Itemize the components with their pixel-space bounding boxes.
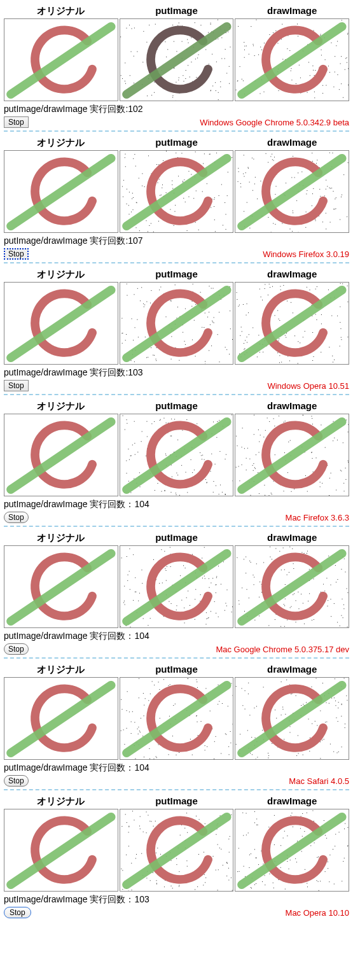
header-original: オリジナル [4, 794, 118, 809]
svg-rect-1029 [124, 586, 125, 587]
svg-rect-613 [265, 288, 265, 289]
svg-rect-1258 [228, 754, 229, 755]
svg-rect-639 [278, 310, 279, 311]
svg-rect-1421 [291, 694, 292, 694]
svg-rect-411 [238, 181, 239, 182]
svg-rect-1064 [139, 593, 140, 594]
svg-rect-276 [135, 227, 136, 228]
svg-rect-227 [238, 80, 239, 81]
svg-rect-1118 [303, 603, 303, 604]
svg-rect-254 [126, 204, 127, 204]
svg-rect-1396 [268, 757, 269, 758]
putimage-canvas [120, 545, 234, 628]
svg-rect-156 [244, 57, 245, 58]
svg-rect-735 [163, 418, 164, 419]
svg-line-1215 [11, 685, 111, 753]
svg-rect-945 [254, 434, 254, 435]
svg-rect-204 [322, 93, 323, 94]
svg-rect-278 [184, 202, 185, 202]
svg-rect-1601 [251, 888, 252, 888]
svg-rect-1401 [283, 709, 284, 710]
svg-rect-1575 [170, 886, 171, 886]
svg-rect-216 [291, 68, 292, 69]
svg-rect-1053 [218, 617, 218, 617]
canvas-headers: オリジナルputImagedrawImage [4, 531, 349, 545]
svg-rect-740 [126, 460, 127, 461]
svg-rect-195 [347, 62, 347, 63]
header-original: オリジナル [4, 4, 118, 18]
stop-button[interactable]: Stop [4, 248, 29, 260]
svg-rect-833 [204, 459, 204, 460]
svg-rect-1082 [192, 554, 193, 555]
stop-button[interactable]: Stop [4, 380, 29, 391]
svg-rect-1195 [261, 592, 262, 592]
svg-rect-10 [225, 49, 225, 50]
svg-rect-106 [183, 81, 184, 81]
svg-rect-481 [271, 156, 272, 157]
svg-rect-125 [328, 66, 329, 66]
svg-rect-280 [142, 173, 142, 174]
svg-rect-134 [245, 46, 246, 46]
svg-rect-1503 [146, 878, 147, 878]
svg-rect-646 [244, 349, 245, 350]
svg-rect-701 [279, 339, 280, 339]
svg-rect-524 [121, 343, 122, 344]
svg-rect-1472 [176, 864, 177, 865]
svg-rect-1166 [301, 594, 301, 594]
svg-rect-352 [226, 195, 227, 196]
svg-rect-1583 [314, 843, 315, 843]
svg-rect-1192 [272, 559, 272, 559]
svg-rect-855 [285, 421, 286, 421]
svg-rect-81 [149, 25, 149, 25]
svg-rect-1126 [239, 600, 239, 601]
svg-rect-831 [134, 421, 134, 422]
svg-rect-114 [196, 77, 197, 78]
svg-rect-1077 [129, 589, 130, 590]
svg-rect-1067 [169, 601, 169, 602]
svg-rect-1324 [121, 699, 121, 700]
svg-rect-689 [244, 343, 244, 344]
svg-rect-800 [154, 421, 155, 422]
svg-rect-1668 [318, 881, 319, 882]
svg-rect-1361 [281, 715, 282, 715]
svg-rect-1057 [206, 619, 207, 619]
svg-rect-538 [141, 287, 142, 288]
svg-line-728 [242, 290, 342, 358]
svg-rect-50 [174, 41, 174, 42]
svg-rect-1493 [231, 878, 232, 878]
svg-rect-1227 [124, 744, 125, 745]
svg-rect-1150 [249, 598, 249, 598]
svg-rect-210 [321, 34, 321, 34]
svg-rect-1509 [217, 890, 218, 890]
svg-rect-574 [125, 340, 125, 340]
svg-rect-1398 [263, 730, 263, 731]
svg-rect-1407 [336, 705, 336, 706]
svg-rect-487 [137, 319, 137, 320]
stop-button[interactable]: Stop [4, 512, 29, 523]
svg-rect-535 [130, 360, 131, 361]
svg-rect-1352 [306, 702, 307, 703]
stop-button[interactable]: Stop [4, 907, 31, 918]
svg-rect-1576 [153, 826, 153, 827]
stop-button[interactable]: Stop [4, 775, 29, 787]
svg-rect-523 [204, 327, 204, 328]
svg-rect-169 [246, 46, 247, 46]
svg-rect-175 [236, 90, 237, 90]
svg-rect-42 [215, 82, 216, 83]
svg-rect-835 [202, 459, 202, 459]
svg-rect-1667 [307, 883, 308, 884]
svg-rect-1455 [248, 694, 249, 694]
stop-button[interactable]: Stop [4, 116, 29, 128]
svg-rect-874 [320, 482, 321, 482]
svg-rect-449 [244, 155, 244, 155]
svg-rect-643 [315, 289, 316, 290]
svg-rect-317 [125, 166, 125, 167]
svg-rect-223 [348, 33, 349, 34]
svg-rect-1456 [334, 697, 335, 698]
svg-rect-1552 [125, 814, 125, 815]
svg-rect-853 [239, 466, 239, 466]
svg-rect-160 [342, 20, 342, 20]
stop-button[interactable]: Stop [4, 643, 29, 655]
svg-rect-854 [265, 495, 265, 496]
svg-rect-913 [333, 421, 334, 422]
